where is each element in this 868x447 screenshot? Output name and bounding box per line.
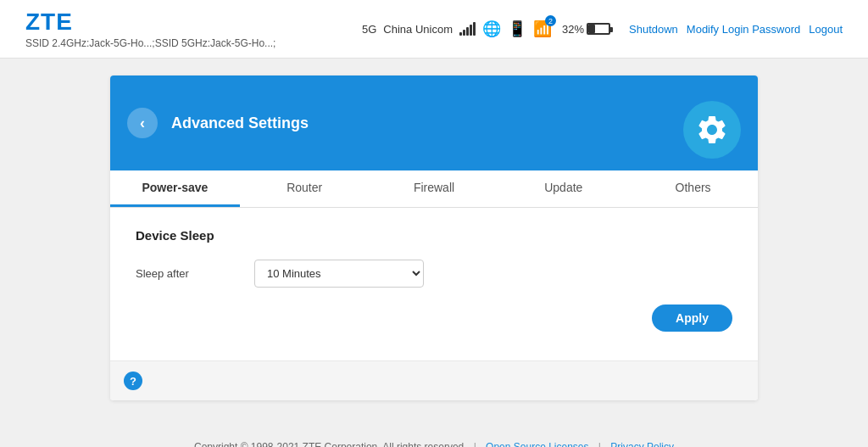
tab-router[interactable]: Router — [240, 170, 370, 207]
battery-icon — [587, 23, 610, 35]
card-header: ‹ Advanced Settings — [110, 75, 758, 170]
network-info: 5G China Unicom 🌐 📱 📶 2 — [362, 20, 552, 38]
wifi-icon: 📶 2 — [533, 20, 552, 38]
footer-copyright: Copyright © 1998-2021 ZTE Corporation. A… — [194, 441, 464, 447]
header-right: 5G China Unicom 🌐 📱 📶 2 32% — [362, 20, 843, 38]
globe-icon: 🌐 — [482, 20, 501, 38]
bar4 — [470, 25, 472, 36]
signal-bars-icon — [459, 22, 476, 36]
tablet-icon: 📱 — [508, 20, 526, 38]
back-button[interactable]: ‹ — [127, 108, 158, 138]
apply-button[interactable]: Apply — [652, 305, 732, 332]
open-source-link[interactable]: Open Source Licenses — [486, 441, 588, 447]
footer: Copyright © 1998-2021 ZTE Corporation. A… — [0, 426, 868, 447]
help-button[interactable]: ? — [124, 372, 142, 390]
privacy-policy-link[interactable]: Privacy Policy — [610, 441, 674, 447]
carrier-label: China Unicom — [383, 23, 453, 36]
bar1 — [459, 32, 462, 36]
tab-content: Device Sleep Sleep after 5 Minutes 10 Mi… — [110, 208, 758, 360]
shutdown-link[interactable]: Shutdown — [629, 23, 678, 36]
bar3 — [466, 27, 469, 36]
logout-link[interactable]: Logout — [809, 23, 843, 36]
main-content: ‹ Advanced Settings Power-save Router Fi… — [0, 59, 868, 417]
card-header-left: ‹ Advanced Settings — [127, 108, 309, 138]
battery-fill — [588, 25, 595, 33]
apply-row: Apply — [136, 305, 732, 332]
logo: ZTE — [25, 8, 275, 36]
ssid-info: SSID 2.4GHz:Jack-5G-Ho...;SSID 5GHz:Jack… — [25, 37, 275, 49]
tab-power-save[interactable]: Power-save — [110, 170, 240, 207]
network-type-label: 5G — [362, 23, 376, 36]
footer-sep1: | — [474, 441, 476, 447]
settings-gear-icon-circle — [683, 101, 741, 159]
battery-info: 32% — [562, 23, 610, 36]
bar5 — [473, 22, 476, 36]
sleep-label: Sleep after — [136, 267, 254, 280]
tab-firewall[interactable]: Firewall — [370, 170, 499, 207]
sleep-form-row: Sleep after 5 Minutes 10 Minutes 15 Minu… — [136, 260, 732, 288]
tab-update[interactable]: Update — [498, 170, 628, 207]
header-left: ZTE SSID 2.4GHz:Jack-5G-Ho...;SSID 5GHz:… — [25, 8, 275, 49]
wifi-badge-count: 2 — [545, 15, 556, 26]
footer-sep2: | — [598, 441, 601, 447]
battery-percent-label: 32% — [562, 23, 584, 36]
header-links: Shutdown Modify Login Password Logout — [629, 23, 843, 36]
modify-password-link[interactable]: Modify Login Password — [687, 23, 800, 36]
gear-icon — [695, 113, 729, 147]
tab-others[interactable]: Others — [628, 170, 758, 207]
header: ZTE SSID 2.4GHz:Jack-5G-Ho...;SSID 5GHz:… — [0, 0, 868, 59]
card-title: Advanced Settings — [171, 115, 309, 132]
help-bar: ? — [110, 360, 758, 400]
sleep-select[interactable]: 5 Minutes 10 Minutes 15 Minutes 30 Minut… — [254, 260, 424, 288]
bar2 — [463, 30, 465, 36]
section-title: Device Sleep — [136, 228, 732, 243]
tabs-bar: Power-save Router Firewall Update Others — [110, 170, 758, 208]
settings-card: ‹ Advanced Settings Power-save Router Fi… — [110, 75, 758, 400]
